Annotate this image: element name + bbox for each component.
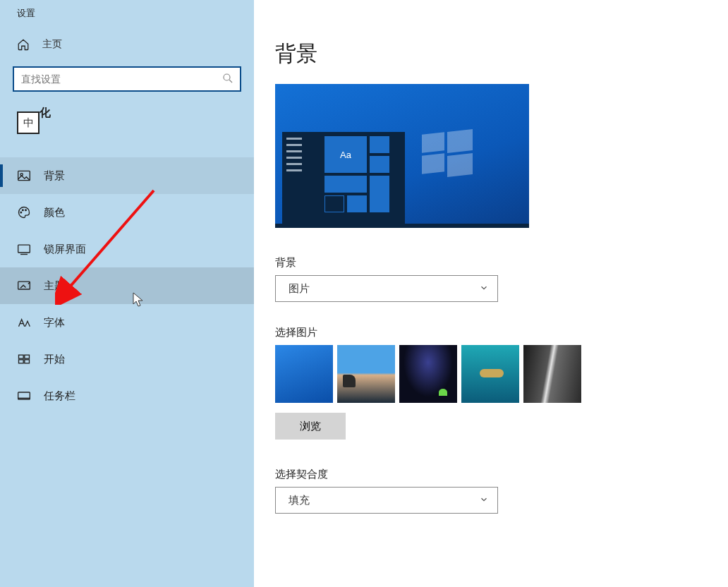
sidebar-item-background[interactable]: 背景 (0, 157, 254, 194)
nav-list: 背景 颜色 锁屏界面 主题 字体 (0, 157, 254, 414)
fonts-icon (17, 316, 31, 329)
image-thumbnails (275, 345, 707, 403)
picture-icon (17, 169, 31, 182)
sidebar-item-start[interactable]: 开始 (0, 341, 254, 377)
preview-tile-aa: Aa (324, 136, 367, 173)
svg-point-4 (20, 212, 22, 213)
wallpaper-thumb-1[interactable] (275, 345, 333, 403)
svg-point-0 (224, 74, 230, 80)
home-icon (17, 38, 30, 51)
palette-icon (17, 205, 31, 219)
sidebar-item-label: 任务栏 (44, 389, 75, 403)
taskbar-icon (17, 389, 31, 402)
fit-label: 选择契合度 (275, 468, 707, 481)
fit-dropdown[interactable]: 填充 (275, 487, 498, 514)
svg-rect-11 (19, 355, 24, 358)
svg-rect-7 (18, 245, 30, 253)
wallpaper-thumb-3[interactable] (399, 345, 457, 403)
sidebar-item-taskbar[interactable]: 任务栏 (0, 377, 254, 414)
sidebar-item-label: 颜色 (44, 206, 65, 219)
sidebar-item-fonts[interactable]: 字体 (0, 304, 254, 341)
wallpaper-thumb-2[interactable] (337, 345, 395, 403)
sidebar-item-label: 开始 (44, 353, 65, 366)
sidebar-item-label: 字体 (44, 316, 65, 329)
background-type-dropdown[interactable]: 图片 (275, 275, 498, 302)
ime-badge: 中 (17, 111, 40, 134)
sidebar-item-colors[interactable]: 颜色 (0, 194, 254, 231)
search-wrap (13, 66, 241, 92)
wallpaper-thumb-5[interactable] (523, 345, 581, 403)
svg-rect-14 (25, 360, 30, 363)
home-label: 主页 (42, 38, 62, 51)
start-icon (17, 353, 31, 365)
svg-rect-13 (19, 360, 24, 363)
svg-point-5 (23, 210, 24, 211)
sidebar-item-themes[interactable]: 主题 (0, 267, 254, 304)
background-type-label: 背景 (275, 256, 707, 270)
svg-rect-12 (25, 355, 30, 358)
sidebar: 设置 主页 中 个性化 背景 颜色 (0, 0, 254, 587)
sidebar-item-label: 主题 (44, 279, 65, 293)
lockscreen-icon (17, 243, 31, 255)
dropdown-value: 图片 (289, 282, 310, 296)
wallpaper-thumb-4[interactable] (461, 345, 519, 403)
sidebar-item-label: 背景 (44, 169, 65, 183)
app-title: 设置 (0, 4, 254, 32)
page-title: 背景 (275, 40, 707, 68)
svg-point-6 (25, 210, 27, 211)
dropdown-value: 填充 (289, 494, 310, 507)
chevron-down-icon (479, 495, 489, 507)
home-nav[interactable]: 主页 (0, 32, 254, 56)
sidebar-item-label: 锁屏界面 (44, 243, 86, 256)
theme-preview: Aa (275, 84, 529, 228)
choose-image-label: 选择图片 (275, 326, 707, 339)
content-area: 背景 Aa 背景 图片 选择图片 (254, 0, 728, 587)
themes-icon (17, 279, 31, 292)
search-input[interactable] (13, 66, 241, 92)
search-icon (222, 72, 234, 87)
sidebar-item-lockscreen[interactable]: 锁屏界面 (0, 231, 254, 267)
windows-logo-icon (422, 133, 473, 176)
svg-line-1 (229, 80, 232, 83)
browse-button[interactable]: 浏览 (275, 413, 346, 440)
chevron-down-icon (479, 283, 489, 295)
